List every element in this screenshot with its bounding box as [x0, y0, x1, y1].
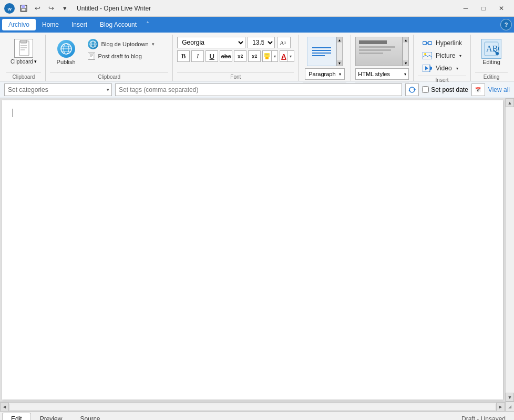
menu-insert[interactable]: Insert	[65, 19, 94, 30]
font-color-button[interactable]: A ▾	[280, 50, 294, 62]
publish-button[interactable]: Publish	[50, 37, 83, 67]
insert-buttons: Hyperlink Picture ▾ Video ▾	[418, 35, 466, 76]
menu-bar: Archivo Home Insert Blog Account ˄ ?	[0, 17, 514, 33]
highlight-dropdown-arrow[interactable]: ▾	[271, 50, 277, 62]
save-button[interactable]	[18, 3, 29, 14]
svg-marker-33	[430, 66, 432, 70]
tab-preview[interactable]: Preview	[31, 413, 71, 420]
tab-source[interactable]: Source	[71, 413, 109, 420]
h-scroll-left-arrow[interactable]: ◄	[0, 403, 9, 412]
svg-text:W: W	[8, 6, 12, 11]
post-date-checkbox[interactable]	[422, 86, 429, 93]
minimize-button[interactable]: ─	[457, 1, 474, 16]
font-name-size-row: Georgia Arial Times New Roman 13.5 10 12…	[177, 37, 291, 48]
strikethrough-button[interactable]: abc	[220, 50, 232, 62]
tags-refresh-button[interactable]	[405, 83, 419, 96]
ribbon-group-publish: Publish Blog de Uptodown ▾	[46, 35, 173, 81]
publish-buttons: Publish Blog de Uptodown ▾	[50, 35, 169, 72]
paragraph-label: Paragraph	[309, 71, 335, 77]
video-icon	[422, 64, 433, 72]
para-scroll-down[interactable]: ▼	[337, 60, 342, 66]
menu-archivo[interactable]: Archivo	[2, 19, 36, 30]
para-scroll-up[interactable]: ▲	[337, 37, 342, 43]
picture-icon	[422, 51, 433, 60]
ribbon-collapse-button[interactable]: ˄	[143, 20, 152, 29]
help-button[interactable]: ?	[500, 19, 512, 30]
tags-input[interactable]	[115, 83, 402, 96]
insert-group-label: Insert	[418, 76, 466, 84]
html-styles-scroll-up[interactable]: ▲	[403, 37, 408, 43]
clipboard-buttons: Clipboard ▾	[6, 35, 41, 72]
blog-dropdown-arrow: ▾	[152, 41, 155, 47]
menu-home[interactable]: Home	[36, 19, 65, 30]
html-styles-scroll-track	[403, 43, 408, 60]
paragraph-scroll: ▲ ▼	[336, 37, 343, 66]
categories-dropdown-arrow: ▾	[107, 87, 111, 92]
scroll-down-arrow[interactable]: ▼	[506, 393, 514, 402]
font-aa-button[interactable]: Aa	[277, 37, 291, 48]
italic-button[interactable]: I	[191, 50, 204, 62]
hyperlink-icon	[422, 39, 433, 47]
svg-point-37	[496, 52, 499, 55]
font-format-row: B I U abc x2 x2 ▾	[177, 50, 294, 62]
scroll-up-arrow[interactable]: ▲	[506, 98, 514, 107]
h-scroll-track[interactable]	[9, 404, 496, 411]
editor-content[interactable]	[2, 100, 503, 400]
clipboard-icon	[14, 39, 33, 58]
publish-group-label: Clipboard	[50, 72, 169, 81]
highlight-button[interactable]: ▾	[262, 50, 278, 62]
subscript-button[interactable]: x2	[234, 50, 246, 62]
underline-button[interactable]: U	[205, 50, 218, 62]
font-size-select[interactable]: 13.5 10 12 14 16	[248, 37, 275, 48]
clipboard-button[interactable]: Clipboard ▾	[6, 37, 41, 67]
close-button[interactable]: ✕	[493, 1, 510, 16]
date-picker-button[interactable]: 📅	[471, 83, 485, 96]
categories-dropdown[interactable]: Set categories ▾	[4, 83, 112, 96]
clipboard-dropdown-arrow: ▾	[34, 59, 37, 64]
font-group-label: Font	[177, 72, 294, 81]
h-scroll-right-arrow[interactable]: ►	[496, 403, 505, 412]
ribbon-group-editing: ABC Editing Editing	[471, 35, 512, 81]
ribbon-group-clipboard: Clipboard ▾ Clipboard	[2, 35, 46, 81]
paragraph-dropdown-button[interactable]: Paragraph ▾	[305, 68, 344, 80]
hyperlink-button[interactable]: Hyperlink	[418, 38, 466, 48]
svg-rect-4	[22, 8, 26, 11]
post-draft-button[interactable]: Post draft to blog	[85, 51, 169, 61]
svg-rect-25	[265, 57, 269, 59]
superscript-button[interactable]: x2	[248, 50, 261, 62]
right-scrollbar[interactable]: ▲ ▼	[505, 98, 514, 402]
tab-edit[interactable]: Edit	[2, 413, 31, 420]
maximize-button[interactable]: □	[475, 1, 492, 16]
picture-button[interactable]: Picture ▾	[418, 50, 466, 61]
redo-button[interactable]: ↪	[45, 3, 57, 14]
html-styles-arrow: ▾	[404, 72, 406, 77]
customize-quick-access[interactable]: ▾	[59, 3, 70, 14]
scroll-track[interactable]	[506, 107, 514, 393]
svg-rect-3	[22, 5, 25, 8]
font-family-select[interactable]: Georgia Arial Times New Roman	[177, 37, 245, 48]
picture-label: Picture	[436, 52, 455, 59]
blog-globe-icon	[88, 39, 98, 49]
title-bar: W ↩ ↪ ▾ Untitled - Open Live Writer ─ □ …	[0, 0, 514, 17]
editor-area[interactable]	[2, 100, 503, 400]
view-all-button[interactable]: View all	[488, 86, 510, 93]
video-button[interactable]: Video ▾	[418, 63, 462, 74]
bold-button[interactable]: B	[177, 50, 190, 62]
svg-text:a: a	[284, 39, 286, 45]
editing-label: Editing	[482, 59, 500, 65]
ribbon-group-html-styles: ▲ ▼ HTML styles ▾ HTML styles	[351, 35, 414, 81]
paragraph-arrow: ▾	[339, 72, 341, 77]
menu-blog-account[interactable]: Blog Account	[94, 19, 143, 30]
svg-rect-18	[89, 53, 94, 59]
html-styles-scroll-down[interactable]: ▼	[403, 60, 408, 66]
video-dropdown-arrow: ▾	[456, 66, 458, 71]
svg-rect-8	[20, 47, 27, 48]
color-dropdown-arrow[interactable]: ▾	[287, 50, 294, 62]
html-styles-controls: ▲ ▼ HTML styles ▾	[355, 35, 409, 82]
editing-button[interactable]: ABC Editing	[475, 37, 508, 67]
paragraph-style-button[interactable]	[307, 37, 336, 66]
picture-dropdown-arrow: ▾	[459, 54, 461, 58]
blog-selector-button[interactable]: Blog de Uptodown ▾	[85, 38, 169, 50]
html-styles-dropdown-button[interactable]: HTML styles ▾	[355, 68, 409, 80]
undo-button[interactable]: ↩	[32, 3, 43, 14]
